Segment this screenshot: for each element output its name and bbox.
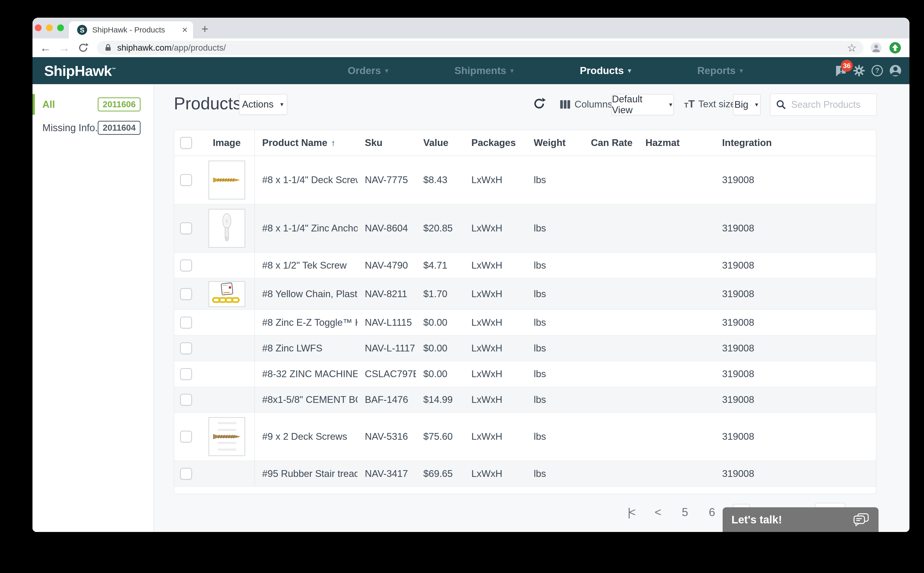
product-packages: LxWxH (464, 310, 526, 335)
close-tab-icon[interactable]: ✕ (182, 26, 188, 34)
row-checkbox[interactable] (180, 260, 192, 271)
row-checkbox[interactable] (180, 288, 192, 300)
nav-item-products[interactable]: Products▾ (580, 65, 631, 77)
column-header-product-name[interactable]: Product Name↑ (255, 130, 357, 156)
table-row[interactable]: #8 x 1-1/4" Deck ScrewsNAV-7775$8.43LxWx… (174, 156, 876, 204)
column-header-can-rate[interactable]: Can Rate (584, 130, 638, 156)
new-tab-button[interactable]: + (201, 22, 208, 36)
products-table: ImageProduct Name↑SkuValuePackagesWeight… (174, 130, 877, 494)
column-header-sku[interactable]: Sku (357, 130, 416, 156)
column-header-value[interactable]: Value (416, 130, 464, 156)
svg-text:S: S (80, 26, 85, 34)
browser-window: S ShipHawk - Products ✕ + ← → shiphawk.c… (33, 18, 910, 532)
product-name: #8 Zinc LWFS (255, 336, 357, 361)
column-header-hazmat[interactable]: Hazmat (638, 130, 715, 156)
back-icon[interactable]: ← (40, 41, 51, 54)
row-checkbox[interactable] (180, 174, 192, 186)
product-image-gold-screw[interactable] (208, 161, 245, 199)
nav-item-orders[interactable]: Orders▾ (348, 65, 388, 77)
product-name: #8 x 1-1/4" Deck Screws (255, 156, 357, 204)
bookmark-star-icon[interactable]: ☆ (847, 42, 857, 54)
app-content: All2011606Missing Info.2011604 Products … (33, 84, 910, 532)
product-image-bronze-screw[interactable] (208, 417, 245, 456)
browser-tab[interactable]: S ShipHawk - Products ✕ (69, 21, 193, 38)
column-header-packages[interactable]: Packages (464, 130, 526, 156)
window-controls (35, 24, 64, 31)
product-packages: LxWxH (464, 336, 526, 361)
pagination-page-6[interactable]: 6 (706, 506, 718, 519)
actions-button[interactable]: Actions ▼ (239, 94, 287, 115)
product-image-yellow-chain[interactable] (208, 281, 245, 307)
column-header-weight[interactable]: Weight (526, 130, 584, 156)
text-size-select[interactable]: Big ▼ (733, 94, 761, 115)
chat-launcher[interactable]: Let's talk! (723, 507, 879, 532)
product-image-zinc-anchor[interactable] (208, 209, 245, 248)
row-checkbox[interactable] (180, 468, 192, 480)
settings-button[interactable] (853, 64, 865, 77)
pagination-prev-button[interactable]: < (652, 506, 664, 519)
pagination-page-5[interactable]: 5 (679, 506, 691, 519)
column-header-image[interactable]: Image (199, 130, 255, 156)
table-row[interactable]: #8 Yellow Chain, PlasticNAV-8211$1.70LxW… (174, 279, 876, 310)
row-checkbox[interactable] (180, 368, 192, 380)
table-row[interactable]: #95 Rubber Stair tread, 129NAV-3417$69.6… (174, 461, 876, 487)
table-row[interactable]: #8 x 1/2" Tek ScrewNAV-4790$4.71LxWxHlbs… (174, 253, 876, 279)
product-sku: BAF-1476 (357, 387, 416, 412)
table-row[interactable]: #9 x 2 Deck ScrewsNAV-5316$75.60LxWxHlbs… (174, 413, 876, 461)
minimize-window-button[interactable] (46, 24, 53, 31)
product-weight: lbs (526, 413, 584, 460)
column-header-integration[interactable]: Integration (715, 130, 876, 156)
product-integration: 319008 (715, 156, 876, 204)
product-can-rate (584, 336, 638, 361)
view-select[interactable]: Default View ▼ (611, 94, 674, 115)
checkbox-cell (174, 336, 199, 361)
shiphawk-logo[interactable]: ShipHawk™ (44, 62, 116, 79)
reload-icon[interactable] (77, 42, 89, 54)
table-row[interactable]: #8 x 1-1/4" Zinc AnchorsNAV-8604$20.85Lx… (174, 204, 876, 253)
table-row[interactable]: #8 Zinc LWFSNAV-L-1117$0.00LxWxHlbs31900… (174, 336, 876, 361)
product-image-cell (199, 156, 255, 204)
product-can-rate (584, 156, 638, 204)
product-hazmat (638, 461, 715, 486)
sidebar-item-label: Missing Info. (42, 122, 98, 133)
address-bar[interactable]: shiphawk.com/app/products/ ☆ (97, 41, 863, 55)
search-input[interactable] (791, 99, 869, 110)
nav-item-reports[interactable]: Reports▾ (697, 65, 742, 77)
row-checkbox[interactable] (180, 394, 192, 406)
profile-avatar-icon[interactable] (870, 42, 882, 54)
main-panel: Products Actions ▼ (154, 84, 910, 532)
close-window-button[interactable] (35, 24, 42, 31)
sidebar-item-all[interactable]: All2011606 (33, 94, 153, 115)
table-row[interactable]: #8 Zinc E-Z Toggle™ HeavyNAV-L1115$0.00L… (174, 310, 876, 336)
select-all-checkbox[interactable] (180, 137, 192, 149)
notifications-button[interactable]: 36 (835, 64, 847, 77)
refresh-button[interactable] (532, 97, 546, 112)
browser-update-icon[interactable] (889, 42, 901, 54)
row-checkbox[interactable] (180, 222, 192, 234)
row-checkbox[interactable] (180, 342, 192, 354)
product-packages: LxWxH (464, 361, 526, 387)
columns-button[interactable]: Columns (559, 99, 612, 110)
row-checkbox[interactable] (180, 317, 192, 329)
product-value: $14.99 (416, 387, 464, 412)
checkbox-cell (174, 387, 199, 412)
nav-item-label: Products (580, 65, 623, 77)
user-icon (889, 64, 902, 77)
help-icon: ? (871, 64, 883, 77)
product-image-cell (199, 310, 255, 335)
chevron-down-icon: ▼ (279, 102, 285, 108)
nav-item-label: Reports (697, 65, 735, 77)
row-checkbox[interactable] (180, 431, 192, 443)
table-row[interactable]: #8-32 ZINC MACHINE NUT (CSLAC797B$0.00Lx… (174, 361, 876, 387)
account-button[interactable] (889, 64, 902, 77)
maximize-window-button[interactable] (57, 24, 64, 31)
column-header-label: Weight (534, 138, 566, 148)
table-row[interactable]: #8x1-5/8" CEMENT BOARDBAF-1476$14.99LxWx… (174, 387, 876, 413)
help-button[interactable]: ? (871, 64, 883, 77)
sort-ascending-icon: ↑ (331, 138, 335, 148)
product-can-rate (584, 253, 638, 278)
pagination-first-button[interactable]: |< (625, 506, 637, 519)
nav-item-shipments[interactable]: Shipments▾ (454, 65, 514, 77)
sidebar-item-missing-info[interactable]: Missing Info.2011604 (33, 117, 153, 139)
chevron-down-icon: ▼ (754, 102, 759, 108)
